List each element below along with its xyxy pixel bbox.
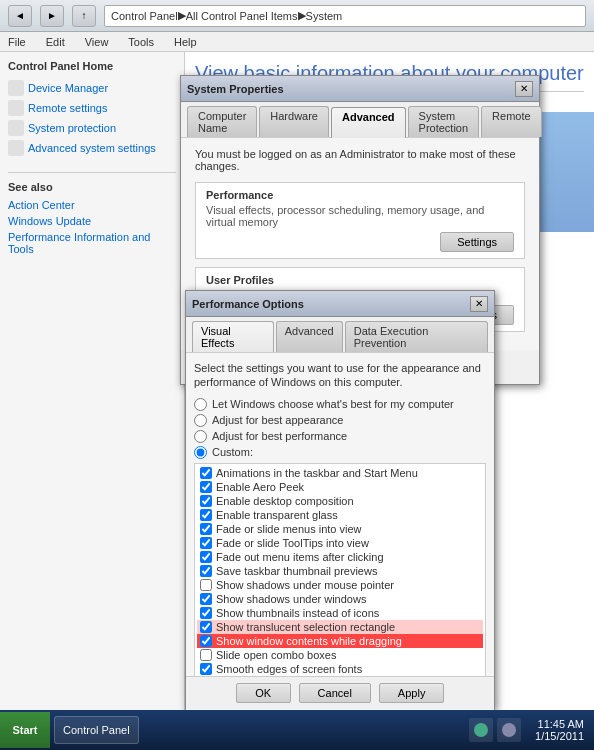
clock-date: 1/15/2011 xyxy=(535,730,584,742)
checkbox-animations-input[interactable] xyxy=(200,467,212,479)
see-also-section: See also Action Center Windows Update Pe… xyxy=(8,172,176,255)
taskbar-clock[interactable]: 11:45 AM 1/15/2011 xyxy=(525,718,594,742)
radio-best-appearance-input[interactable] xyxy=(194,414,207,427)
perf-description: Select the settings you want to use for … xyxy=(194,361,486,390)
checkbox-desktop-composition-input[interactable] xyxy=(200,495,212,507)
checkbox-shadows-mouse[interactable]: Show shadows under mouse pointer xyxy=(197,578,483,592)
performance-label: Performance xyxy=(206,189,514,201)
checkbox-slide-combo-input[interactable] xyxy=(200,649,212,661)
checkbox-fade-menus-input[interactable] xyxy=(200,523,212,535)
tab-computer-name[interactable]: Computer Name xyxy=(187,106,257,137)
aero-decoration xyxy=(534,112,594,232)
visual-effects-list[interactable]: Animations in the taskbar and Start Menu… xyxy=(194,463,486,683)
network-dot xyxy=(474,723,488,737)
system-properties-tabs: Computer Name Hardware Advanced System P… xyxy=(181,102,539,138)
perf-tab-visual-effects[interactable]: Visual Effects xyxy=(192,321,274,352)
taskbar-control-panel[interactable]: Control Panel xyxy=(54,716,139,744)
sidebar-link-device-manager[interactable]: Device Manager xyxy=(8,80,176,96)
apply-button[interactable]: Apply xyxy=(379,683,445,703)
tab-hardware[interactable]: Hardware xyxy=(259,106,329,137)
checkbox-transparent-glass[interactable]: Enable transparent glass xyxy=(197,508,483,522)
taskbar: Start Control Panel 11:45 AM 1/15/2011 xyxy=(0,710,594,750)
tab-advanced[interactable]: Advanced xyxy=(331,107,406,138)
checkbox-thumbnails[interactable]: Show thumbnails instead of icons xyxy=(197,606,483,620)
performance-section: Performance Visual effects, processor sc… xyxy=(195,182,525,259)
sidebar-panel: Control Panel Home Device Manager Remote… xyxy=(0,52,185,710)
checkbox-shadows-mouse-input[interactable] xyxy=(200,579,212,591)
cancel-button[interactable]: Cancel xyxy=(299,683,371,703)
admin-notice: You must be logged on as an Administrato… xyxy=(195,148,525,172)
menu-edit[interactable]: Edit xyxy=(42,36,69,48)
checkbox-smooth-fonts-input[interactable] xyxy=(200,663,212,675)
radio-windows-best[interactable]: Let Windows choose what's best for my co… xyxy=(194,398,486,411)
checkbox-fade-tooltips[interactable]: Fade or slide ToolTips into view xyxy=(197,536,483,550)
radio-best-performance-input[interactable] xyxy=(194,430,207,443)
checkbox-aero-peek-input[interactable] xyxy=(200,481,212,493)
address-path3: System xyxy=(306,10,343,22)
system-properties-titlebar: System Properties ✕ xyxy=(181,76,539,102)
address-bar[interactable]: Control Panel ▶ All Control Panel Items … xyxy=(104,5,586,27)
checkbox-smooth-fonts[interactable]: Smooth edges of screen fonts xyxy=(197,662,483,676)
checkbox-taskbar-thumbnails-input[interactable] xyxy=(200,565,212,577)
checkbox-show-window-contents-input[interactable] xyxy=(200,635,212,647)
menu-file[interactable]: File xyxy=(4,36,30,48)
tab-remote[interactable]: Remote xyxy=(481,106,542,137)
checkbox-transparent-glass-input[interactable] xyxy=(200,509,212,521)
checkbox-fade-tooltips-input[interactable] xyxy=(200,537,212,549)
perf-tab-advanced[interactable]: Advanced xyxy=(276,321,343,352)
radio-custom-input[interactable] xyxy=(194,446,207,459)
start-button[interactable]: Start xyxy=(0,712,50,748)
radio-best-appearance[interactable]: Adjust for best appearance xyxy=(194,414,486,427)
taskbar-system-icons xyxy=(465,718,525,742)
perf-tab-dep[interactable]: Data Execution Prevention xyxy=(345,321,488,352)
checkbox-translucent-selection[interactable]: Show translucent selection rectangle xyxy=(197,620,483,634)
tab-system-protection[interactable]: System Protection xyxy=(408,106,480,137)
menu-view[interactable]: View xyxy=(81,36,113,48)
checkbox-translucent-selection-input[interactable] xyxy=(200,621,212,633)
radio-windows-best-input[interactable] xyxy=(194,398,207,411)
ok-button[interactable]: OK xyxy=(236,683,291,703)
sidebar-link-windows-update[interactable]: Windows Update xyxy=(8,215,176,227)
device-manager-icon xyxy=(8,80,24,96)
checkbox-fade-menu-items-input[interactable] xyxy=(200,551,212,563)
checkbox-animations[interactable]: Animations in the taskbar and Start Menu xyxy=(197,466,483,480)
radio-best-performance[interactable]: Adjust for best performance xyxy=(194,430,486,443)
address-path1: Control Panel xyxy=(111,10,178,22)
checkbox-shadows-windows[interactable]: Show shadows under windows xyxy=(197,592,483,606)
explorer-menubar: File Edit View Tools Help xyxy=(0,32,594,52)
checkbox-fade-menus[interactable]: Fade or slide menus into view xyxy=(197,522,483,536)
back-button[interactable]: ◄ xyxy=(8,5,32,27)
sidebar-link-remote-settings[interactable]: Remote settings xyxy=(8,100,176,116)
checkbox-thumbnails-input[interactable] xyxy=(200,607,212,619)
radio-group: Let Windows choose what's best for my co… xyxy=(194,398,486,459)
checkbox-taskbar-thumbnails[interactable]: Save taskbar thumbnail previews xyxy=(197,564,483,578)
system-properties-close-button[interactable]: ✕ xyxy=(515,81,533,97)
performance-options-titlebar: Performance Options ✕ xyxy=(186,291,494,317)
menu-tools[interactable]: Tools xyxy=(124,36,158,48)
checkbox-fade-menu-items[interactable]: Fade out menu items after clicking xyxy=(197,550,483,564)
performance-desc: Visual effects, processor scheduling, me… xyxy=(206,204,514,228)
sidebar-link-system-protection[interactable]: System protection xyxy=(8,120,176,136)
checkbox-slide-combo[interactable]: Slide open combo boxes xyxy=(197,648,483,662)
performance-settings-button[interactable]: Settings xyxy=(440,232,514,252)
sidebar-link-advanced[interactable]: Advanced system settings xyxy=(8,140,176,156)
performance-options-close-button[interactable]: ✕ xyxy=(470,296,488,312)
menu-help[interactable]: Help xyxy=(170,36,201,48)
sound-dot xyxy=(502,723,516,737)
sidebar-link-action-center[interactable]: Action Center xyxy=(8,199,176,211)
checkbox-desktop-composition[interactable]: Enable desktop composition xyxy=(197,494,483,508)
taskbar-sound-icon[interactable] xyxy=(497,718,521,742)
checkbox-shadows-windows-input[interactable] xyxy=(200,593,212,605)
sidebar-link-performance-info[interactable]: Performance Information and Tools xyxy=(8,231,176,255)
system-properties-title: System Properties xyxy=(187,83,515,95)
forward-button[interactable]: ► xyxy=(40,5,64,27)
checkbox-aero-peek[interactable]: Enable Aero Peek xyxy=(197,480,483,494)
sidebar-links: Device Manager Remote settings System pr… xyxy=(8,80,176,156)
taskbar-network-icon[interactable] xyxy=(469,718,493,742)
taskbar-items: Control Panel xyxy=(50,716,465,744)
checkbox-show-window-contents[interactable]: Show window contents while dragging xyxy=(197,634,483,648)
radio-custom[interactable]: Custom: xyxy=(194,446,486,459)
explorer-toolbar: ◄ ► ↑ Control Panel ▶ All Control Panel … xyxy=(0,0,594,32)
up-button[interactable]: ↑ xyxy=(72,5,96,27)
advanced-system-icon xyxy=(8,140,24,156)
